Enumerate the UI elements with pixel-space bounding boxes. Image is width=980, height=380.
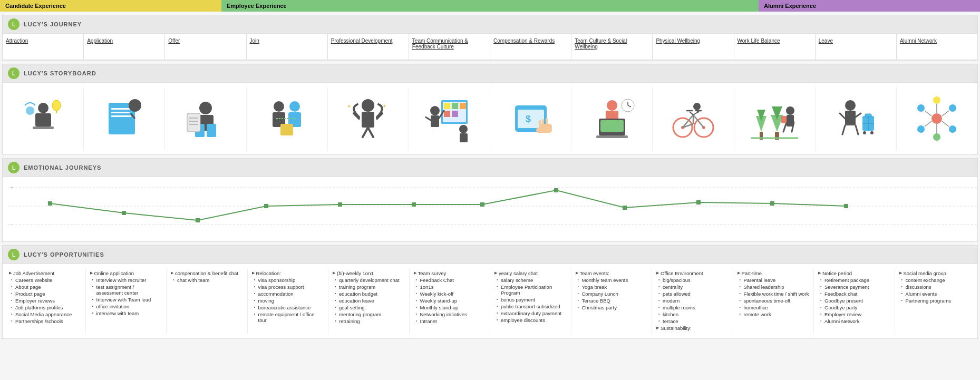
svg-point-89 bbox=[845, 100, 856, 111]
svg-line-85 bbox=[783, 122, 787, 132]
opp-col-11: Social media groupcontent exchangediscus… bbox=[895, 268, 976, 334]
opp-item-9-3: Flexible work time / shift work bbox=[738, 291, 810, 297]
opp-item-5-2: 1on1s bbox=[414, 284, 486, 290]
journey-item-11[interactable]: Alumni Network bbox=[897, 34, 977, 60]
svg-rect-58 bbox=[600, 120, 624, 132]
svg-rect-130 bbox=[844, 204, 848, 208]
opp-col-2: compensation & benefit chatchat with tea… bbox=[167, 268, 248, 334]
opp-item-7-1: Monthly team events bbox=[576, 277, 648, 283]
storyboard-item-2 bbox=[165, 87, 246, 150]
journey-item-4[interactable]: Professional Development bbox=[328, 34, 409, 60]
svg-point-103 bbox=[949, 104, 956, 112]
emotional-panel: L EMOTIONAL JOURNEYS + - bbox=[2, 158, 978, 242]
opp-item-3-4: moving bbox=[252, 298, 324, 304]
opp-item-5-4: Weekly stand-up bbox=[414, 298, 486, 304]
opp-item-7-0: Team events: bbox=[576, 270, 648, 276]
svg-line-43 bbox=[425, 117, 431, 120]
svg-point-107 bbox=[933, 133, 940, 141]
opp-item-4-5: goal setting bbox=[333, 305, 405, 310]
alumni-experience-label: Alumni Experience bbox=[759, 0, 980, 12]
emotional-title: EMOTIONAL JOURNEYS bbox=[24, 164, 101, 171]
storyboard-illus-3 bbox=[263, 95, 311, 142]
svg-line-91 bbox=[840, 113, 845, 119]
opp-item-10-6: Employer review bbox=[818, 311, 890, 317]
opp-item-5-3: Weekly kick-off bbox=[414, 291, 486, 297]
svg-text:✦: ✦ bbox=[382, 103, 386, 109]
journey-item-9[interactable]: Work Life Balance bbox=[734, 34, 816, 60]
svg-text:+: + bbox=[11, 185, 13, 190]
opp-item-3-0: Relocation: bbox=[252, 270, 324, 276]
svg-line-29 bbox=[368, 128, 373, 137]
storyboard-illus-2 bbox=[182, 95, 229, 142]
opp-item-3-3: accommodation bbox=[252, 291, 324, 297]
opp-item-2-0: compensation & benefit chat bbox=[171, 270, 243, 276]
svg-rect-27 bbox=[362, 112, 374, 128]
storyboard-row: ✦ ✦ bbox=[3, 83, 977, 154]
emotional-header: L EMOTIONAL JOURNEYS bbox=[3, 159, 977, 177]
svg-line-94 bbox=[856, 125, 858, 134]
opp-col-10: Notice periodRetirement packageSeverance… bbox=[814, 268, 895, 334]
storyboard-header: L LUCY'S STORYBOARD bbox=[3, 64, 977, 83]
svg-rect-124 bbox=[412, 202, 416, 207]
opp-item-5-0: Team survey bbox=[414, 270, 486, 276]
storyboard-illus-1 bbox=[101, 95, 148, 142]
opp-item-1-4: office invitation bbox=[90, 304, 162, 309]
opp-item-0-0: Job Advertisement bbox=[9, 270, 81, 276]
opp-item-4-2: training program bbox=[333, 284, 405, 290]
opp-col-1: Online applicationInterview with recruit… bbox=[86, 268, 167, 334]
opp-item-1-2: test assignment / assessment center bbox=[90, 284, 162, 296]
svg-rect-46 bbox=[460, 133, 468, 142]
lucy-avatar-emotional: L bbox=[8, 162, 20, 173]
storyboard-illus-5 bbox=[425, 95, 473, 142]
journey-nav: AttractionApplicationOfferJoinProfession… bbox=[3, 34, 977, 60]
journey-item-3[interactable]: Join bbox=[247, 34, 328, 60]
opp-item-7-4: Terrace BBQ bbox=[576, 298, 648, 304]
opp-col-4: (bi)-weekly 1on1quarterly development ch… bbox=[328, 268, 410, 334]
svg-line-76 bbox=[697, 110, 698, 112]
opp-item-6-0: yearly salary chat bbox=[494, 270, 567, 276]
svg-text:-: - bbox=[11, 222, 12, 227]
opp-item-8-8: Sustainability: bbox=[656, 325, 729, 331]
storyboard-item-11 bbox=[897, 87, 977, 150]
lucy-avatar-journey: L bbox=[8, 18, 20, 30]
journey-item-6[interactable]: Compensation & Rewards bbox=[490, 34, 571, 60]
svg-rect-40 bbox=[452, 111, 458, 117]
svg-rect-59 bbox=[596, 135, 628, 138]
svg-rect-38 bbox=[460, 103, 466, 109]
journey-header: L LUCY'S JOURNEY bbox=[3, 15, 977, 34]
opp-item-9-2: Shared leadership bbox=[738, 284, 810, 290]
svg-rect-7 bbox=[111, 108, 132, 110]
opp-item-6-4: public transport subsidized bbox=[494, 304, 567, 309]
experience-bar: Candidate Experience Employee Experience… bbox=[0, 0, 980, 12]
opp-item-8-7: terrace bbox=[656, 318, 729, 324]
journey-item-10[interactable]: Leave bbox=[816, 34, 897, 60]
opp-item-3-5: bureaucratic assistance bbox=[252, 305, 324, 310]
svg-point-83 bbox=[786, 106, 794, 115]
svg-line-109 bbox=[925, 111, 932, 116]
journey-item-7[interactable]: Team Culture & Social Wellbeing bbox=[571, 34, 653, 60]
journey-item-5[interactable]: Team Communication & Feedback Culture bbox=[409, 34, 490, 60]
svg-rect-119 bbox=[48, 201, 52, 206]
svg-point-101 bbox=[932, 113, 942, 124]
journey-item-2[interactable]: Offer bbox=[165, 34, 246, 60]
opp-item-9-4: spontaneous time-off bbox=[738, 298, 810, 304]
opp-item-1-3: Interview with Team lead bbox=[90, 297, 162, 303]
opp-col-5: Team surveyFeedback Chat1on1sWeekly kick… bbox=[410, 268, 491, 334]
svg-rect-8 bbox=[111, 112, 130, 113]
storyboard-item-1 bbox=[84, 87, 165, 150]
journey-item-0[interactable]: Attraction bbox=[3, 34, 84, 60]
opp-item-11-2: discussions bbox=[899, 284, 972, 290]
journey-item-1[interactable]: Application bbox=[84, 34, 165, 60]
svg-line-28 bbox=[363, 128, 368, 137]
svg-rect-126 bbox=[554, 188, 558, 192]
opp-item-5-5: Monthly stand-up bbox=[414, 305, 486, 310]
storyboard-illus-4: ✦ ✦ bbox=[344, 95, 392, 142]
opp-item-0-3: Product page bbox=[9, 291, 81, 297]
svg-rect-87 bbox=[781, 116, 787, 123]
opp-item-8-2: centrality bbox=[656, 284, 729, 290]
journey-item-8[interactable]: Physical Wellbeing bbox=[653, 34, 734, 60]
opp-col-3: Relocation:visa sponsorshipvisa process … bbox=[248, 268, 329, 334]
svg-rect-125 bbox=[480, 202, 484, 207]
svg-line-71 bbox=[693, 112, 698, 115]
storyboard-illus-10 bbox=[832, 95, 879, 142]
